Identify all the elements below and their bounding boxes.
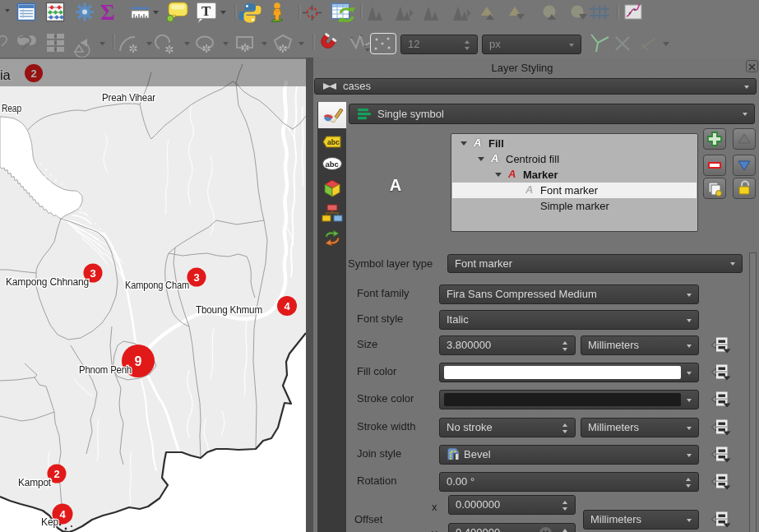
svg-text:T: T bbox=[201, 3, 211, 19]
svg-text:9: 9 bbox=[135, 354, 142, 368]
svg-text:3: 3 bbox=[90, 267, 95, 280]
svg-text:Preah Vihear: Preah Vihear bbox=[102, 92, 155, 104]
svg-text:Kampot: Kampot bbox=[18, 477, 52, 488]
svg-text:Kampong Cham: Kampong Cham bbox=[125, 280, 189, 291]
svg-text:Kampong Chhnang: Kampong Chhnang bbox=[6, 276, 89, 288]
svg-text:3: 3 bbox=[193, 271, 199, 284]
svg-text:4: 4 bbox=[284, 300, 290, 312]
svg-text:abc: abc bbox=[326, 160, 339, 169]
svg-text:Phnom Penh: Phnom Penh bbox=[79, 364, 132, 376]
svg-text:2: 2 bbox=[53, 468, 59, 480]
svg-text:abc: abc bbox=[327, 138, 340, 146]
svg-text:Σ: Σ bbox=[100, 0, 115, 25]
svg-text:Reap: Reap bbox=[2, 103, 21, 114]
svg-text:Kep: Kep bbox=[41, 516, 58, 528]
svg-text:4: 4 bbox=[59, 508, 66, 520]
svg-text:Tboung Khmum: Tboung Khmum bbox=[196, 304, 262, 316]
